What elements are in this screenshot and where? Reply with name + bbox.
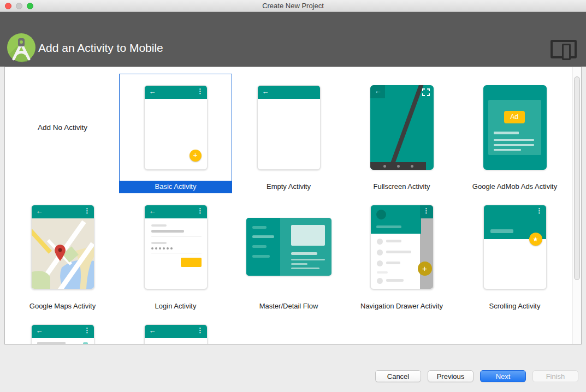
activity-template-partial-1[interactable]: ← ⋮ [6, 313, 119, 345]
back-arrow-icon: ← [149, 207, 156, 215]
activity-template-fullscreen[interactable]: ← Fullscreen Activity [345, 74, 458, 193]
overflow-menu-icon: ⋮ [197, 87, 204, 95]
activity-template-empty[interactable]: ← Empty Activity [232, 74, 345, 193]
template-label: Login Activity [119, 300, 232, 313]
back-arrow-icon: ← [262, 87, 269, 96]
fab-star-icon: ★ [529, 233, 542, 246]
maps-activity-thumbnail: ← ⋮ [31, 205, 94, 289]
activity-template-basic[interactable]: ← ⋮ + Basic Activity [119, 74, 232, 193]
wizard-header: Add an Activity to Mobile [0, 12, 586, 67]
partial-thumbnail: ← ⋮ [31, 324, 94, 345]
wizard-step-title: Add an Activity to Mobile [38, 41, 163, 55]
template-label: Fullscreen Activity [345, 181, 458, 193]
fullscreen-expand-icon [422, 88, 430, 96]
overflow-menu-icon: ⋮ [197, 326, 204, 334]
next-button[interactable]: Next [480, 370, 526, 382]
vertical-scrollbar[interactable] [572, 67, 581, 344]
overflow-menu-icon: ⋮ [84, 326, 91, 334]
activity-template-partial-2[interactable]: ← ⋮ [119, 313, 232, 345]
map-graphic [32, 218, 94, 289]
detail-image-placeholder [291, 225, 325, 246]
template-label: Navigation Drawer Activity [345, 300, 458, 313]
phone-icon [562, 44, 571, 60]
template-label: Empty Activity [232, 181, 345, 193]
template-label: Google AdMob Ads Activity [458, 181, 571, 193]
template-label: Google Maps Activity [6, 300, 119, 313]
overflow-menu-icon: ⋮ [84, 207, 91, 215]
navigation-drawer-thumbnail: ⋮ + [370, 205, 434, 289]
login-activity-thumbnail: ← ⋮ [144, 205, 208, 289]
back-arrow-icon: ← [375, 87, 382, 95]
wizard-footer: Cancel Previous Next Finish [0, 345, 586, 392]
activity-template-admob[interactable]: Ad Google AdMob Ads Activity [458, 74, 571, 193]
overflow-menu-icon: ⋮ [197, 207, 204, 215]
previous-button[interactable]: Previous [428, 370, 473, 382]
back-arrow-icon: ← [149, 326, 156, 335]
empty-activity-thumbnail: ← [257, 85, 321, 170]
nav-bar [370, 162, 426, 170]
activity-template-scrolling[interactable]: ⋮ ★ Scrolling Activity [458, 193, 571, 313]
fab-plus-icon: + [418, 262, 432, 276]
scrolling-activity-thumbnail: ⋮ ★ [483, 205, 547, 289]
activity-template-navigation-drawer[interactable]: ⋮ + Navigation Drawer Activity [345, 193, 458, 313]
partial-thumbnail: ← ⋮ [144, 324, 208, 345]
add-no-activity-label: Add No Activity [38, 123, 87, 132]
overflow-menu-icon: ⋮ [536, 207, 543, 215]
template-label: Basic Activity [119, 181, 232, 193]
window-title: Create New Project [0, 0, 586, 12]
activity-gallery-panel: Add No Activity ← ⋮ + Basic Activity [4, 67, 582, 345]
create-new-project-window: Create New Project Add an Activity to Mo… [0, 0, 586, 392]
basic-activity-thumbnail: ← ⋮ + [144, 85, 208, 170]
titlebar: Create New Project [0, 0, 586, 12]
activity-grid: Add No Activity ← ⋮ + Basic Activity [6, 74, 571, 345]
mobile-form-factor-icon [551, 40, 577, 58]
scrollbar-thumb[interactable] [574, 76, 580, 280]
activity-template-add-no-activity[interactable]: Add No Activity [6, 74, 119, 193]
login-button-graphic [181, 258, 202, 267]
activity-template-login[interactable]: ← ⋮ [119, 193, 232, 313]
back-arrow-icon: ← [149, 87, 156, 96]
activity-template-master-detail[interactable]: Master/Detail Flow [232, 193, 345, 313]
fullscreen-activity-thumbnail: ← [370, 85, 434, 170]
cancel-button[interactable]: Cancel [375, 370, 421, 382]
finish-button: Finish [532, 370, 578, 382]
back-arrow-icon: ← [36, 207, 43, 215]
master-detail-thumbnail [246, 218, 332, 276]
back-arrow-icon: ← [36, 326, 43, 335]
avatar [376, 210, 386, 219]
activity-template-google-maps[interactable]: ← ⋮ [6, 193, 119, 313]
template-label: Scrolling Activity [458, 300, 571, 313]
admob-activity-thumbnail: Ad [483, 85, 547, 170]
template-label: Master/Detail Flow [232, 300, 345, 313]
ad-badge: Ad [504, 111, 525, 123]
android-studio-logo-icon [6, 32, 37, 63]
overflow-menu-icon: ⋮ [423, 207, 430, 215]
fab-plus-icon: + [190, 150, 202, 162]
